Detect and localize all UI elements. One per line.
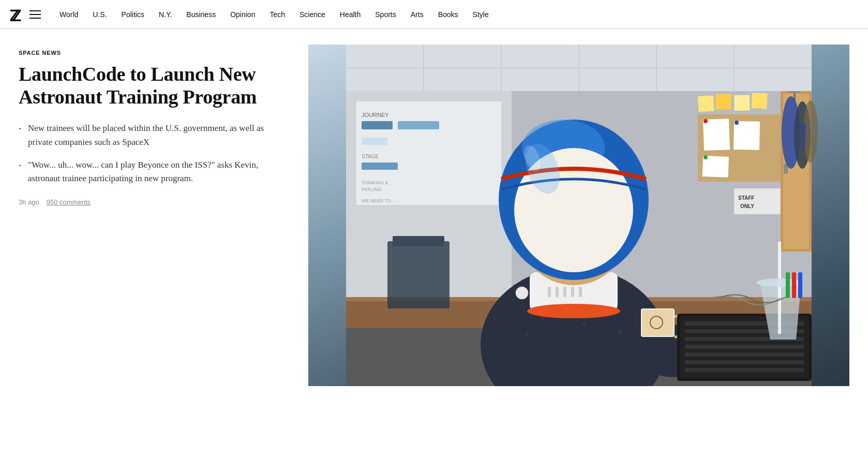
nav-link-health[interactable]: Health xyxy=(333,10,368,19)
nav-link-ny.[interactable]: N.Y. xyxy=(152,10,179,19)
svg-text:STAGE: STAGE xyxy=(362,154,379,159)
article-image: JOURNEY STAGE THINKING & FEELING WE NEED… xyxy=(308,45,849,386)
svg-point-29 xyxy=(735,121,739,125)
svg-rect-58 xyxy=(548,287,551,297)
svg-rect-46 xyxy=(387,241,450,308)
article-timestamp: 3h ago xyxy=(19,198,39,206)
nav-link-science[interactable]: Science xyxy=(292,10,333,19)
svg-rect-62 xyxy=(579,287,582,297)
svg-point-49 xyxy=(541,317,544,320)
svg-point-51 xyxy=(582,322,586,326)
svg-text:FEELING: FEELING xyxy=(362,187,382,192)
svg-rect-59 xyxy=(556,287,559,297)
svg-rect-22 xyxy=(734,95,750,111)
svg-rect-14 xyxy=(362,138,387,145)
svg-text:ONLY: ONLY xyxy=(740,203,754,209)
nav-link-tech[interactable]: Tech xyxy=(262,10,292,19)
svg-rect-12 xyxy=(362,121,393,129)
nav-item-arts: Arts xyxy=(403,10,431,19)
svg-rect-106 xyxy=(786,272,790,298)
svg-point-63 xyxy=(516,287,528,299)
nav-link-politics[interactable]: Politics xyxy=(114,10,152,19)
svg-rect-25 xyxy=(703,119,730,151)
nav-link-world[interactable]: World xyxy=(52,10,85,19)
article-meta: 3h ago 950 comments xyxy=(19,198,288,206)
article-left: SPACE NEWS LaunchCode to Launch New Astr… xyxy=(19,45,288,206)
nav-links: WorldU.S.PoliticsN.Y.BusinessOpinionTech… xyxy=(52,10,859,19)
nav-link-opinion[interactable]: Opinion xyxy=(223,10,262,19)
nav-link-sports[interactable]: Sports xyxy=(368,10,403,19)
svg-rect-104 xyxy=(778,241,781,334)
nav-link-business[interactable]: Business xyxy=(179,10,223,19)
nav-item-tech: Tech xyxy=(262,10,292,19)
svg-rect-13 xyxy=(398,121,439,129)
svg-rect-31 xyxy=(734,188,781,214)
nav-link-arts[interactable]: Arts xyxy=(403,10,431,19)
svg-rect-107 xyxy=(792,272,796,298)
nav-item-ny.: N.Y. xyxy=(152,10,179,19)
svg-rect-21 xyxy=(715,94,731,110)
nav-item-us.: U.S. xyxy=(85,10,114,19)
article-bullet-2: "Wow... uh... wow... can I play Beyonce … xyxy=(19,158,288,186)
svg-text:WE NEED TO...: WE NEED TO... xyxy=(362,198,395,203)
svg-text:THINKING &: THINKING & xyxy=(362,180,388,185)
svg-rect-101 xyxy=(685,352,804,357)
nav-link-us.[interactable]: U.S. xyxy=(85,10,114,19)
svg-rect-61 xyxy=(571,287,574,297)
nav-item-style: Style xyxy=(466,10,496,19)
svg-point-28 xyxy=(704,119,708,123)
svg-rect-23 xyxy=(751,93,768,109)
nav-link-books[interactable]: Books xyxy=(431,10,466,19)
nav-link-style[interactable]: Style xyxy=(466,10,496,19)
svg-point-30 xyxy=(704,155,708,159)
nyt-logo[interactable]: 𝕫 xyxy=(9,3,20,26)
nav-item-politics: Politics xyxy=(114,10,152,19)
article-bullets: New trainees will be placed within the U… xyxy=(19,122,288,185)
nav-item-science: Science xyxy=(292,10,333,19)
nav-item-world: World xyxy=(52,10,85,19)
svg-rect-102 xyxy=(685,360,804,364)
article-bullet-1: New trainees will be placed within the U… xyxy=(19,122,288,149)
svg-rect-93 xyxy=(642,310,674,336)
svg-rect-108 xyxy=(798,272,802,298)
nav-item-opinion: Opinion xyxy=(223,10,262,19)
svg-rect-26 xyxy=(734,121,760,150)
svg-text:STAFF: STAFF xyxy=(738,195,754,201)
navbar: 𝕫 WorldU.S.PoliticsN.Y.BusinessOpinionTe… xyxy=(0,0,868,29)
svg-rect-103 xyxy=(685,368,804,372)
main-content: SPACE NEWS LaunchCode to Launch New Astr… xyxy=(0,29,868,396)
svg-rect-20 xyxy=(698,95,714,112)
article-image-wrap: JOURNEY STAGE THINKING & FEELING WE NEED… xyxy=(308,45,849,386)
article-headline: LaunchCode to Launch New Astronaut Train… xyxy=(19,63,288,108)
section-label: SPACE NEWS xyxy=(19,50,288,56)
svg-point-54 xyxy=(619,330,622,333)
svg-point-53 xyxy=(526,333,529,336)
nav-item-health: Health xyxy=(333,10,368,19)
svg-rect-100 xyxy=(685,345,804,349)
svg-point-57 xyxy=(527,304,620,318)
hamburger-menu[interactable] xyxy=(29,10,41,19)
svg-rect-47 xyxy=(393,236,444,246)
nav-item-business: Business xyxy=(179,10,223,19)
svg-rect-16 xyxy=(362,163,398,170)
svg-rect-60 xyxy=(563,287,566,297)
svg-text:JOURNEY: JOURNEY xyxy=(362,112,389,118)
nav-item-books: Books xyxy=(431,10,466,19)
svg-rect-38 xyxy=(788,91,801,93)
article-comments[interactable]: 950 comments xyxy=(47,198,91,206)
nav-item-sports: Sports xyxy=(368,10,403,19)
article-image-svg: JOURNEY STAGE THINKING & FEELING WE NEED… xyxy=(308,45,849,386)
